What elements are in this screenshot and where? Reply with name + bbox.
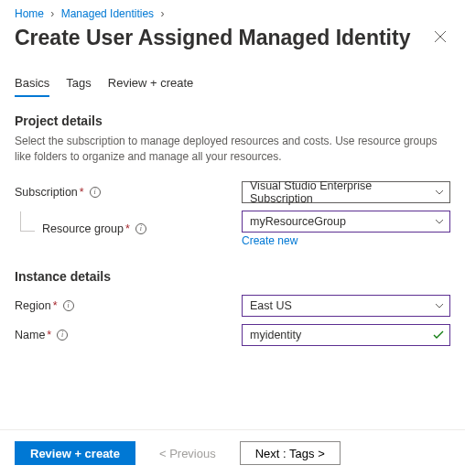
page-title: Create User Assigned Managed Identity (15, 26, 410, 50)
info-icon[interactable]: i (135, 223, 146, 234)
subscription-select[interactable]: Visual Studio Enterprise Subscription (242, 181, 450, 203)
resource-group-value: myResourceGroup (250, 215, 346, 228)
tab-tags[interactable]: Tags (66, 76, 91, 97)
review-create-button[interactable]: Review + create (15, 441, 135, 465)
next-button[interactable]: Next : Tags > (240, 441, 341, 465)
previous-button: < Previous (145, 441, 231, 465)
name-input[interactable]: myidentity (242, 324, 450, 346)
tabs: Basics Tags Review + create (15, 76, 450, 97)
chevron-down-icon (435, 303, 444, 308)
subscription-label: Subscription* i (15, 186, 242, 199)
region-select[interactable]: East US (242, 295, 450, 317)
region-value: East US (250, 299, 292, 312)
close-icon (434, 30, 447, 46)
instance-details-heading: Instance details (15, 269, 450, 284)
footer: Review + create < Previous Next : Tags > (0, 429, 465, 476)
subscription-value: Visual Studio Enterprise Subscription (250, 179, 427, 205)
resource-group-label: Resource group* i (15, 222, 242, 235)
chevron-right-icon: › (160, 7, 164, 20)
resource-group-select[interactable]: myResourceGroup (242, 211, 450, 233)
name-label: Name* i (15, 329, 242, 341)
region-label: Region* i (15, 299, 242, 312)
breadcrumb: Home › Managed Identities › (15, 7, 450, 20)
info-icon[interactable]: i (57, 330, 68, 341)
close-button[interactable] (430, 27, 450, 50)
breadcrumb-managed-identities[interactable]: Managed Identities (61, 7, 154, 20)
chevron-down-icon (435, 219, 444, 224)
checkmark-icon (433, 330, 444, 340)
chevron-down-icon (435, 189, 444, 195)
indent-elbow-icon (20, 211, 35, 232)
tab-basics[interactable]: Basics (15, 76, 49, 97)
project-details-heading: Project details (15, 114, 450, 128)
project-details-description: Select the subscription to manage deploy… (15, 134, 450, 165)
info-icon[interactable]: i (63, 300, 74, 311)
create-new-link[interactable]: Create new (242, 234, 297, 247)
chevron-right-icon: › (50, 7, 54, 20)
name-value: myidentity (250, 329, 301, 341)
breadcrumb-home[interactable]: Home (15, 7, 44, 20)
info-icon[interactable]: i (90, 187, 101, 198)
tab-review-create[interactable]: Review + create (108, 76, 194, 97)
